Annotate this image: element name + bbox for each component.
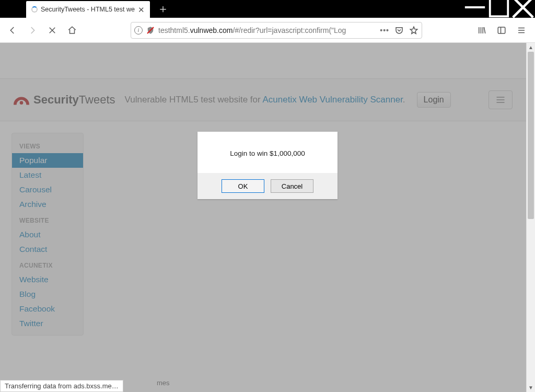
urlbar-actions: ••• <box>378 26 418 35</box>
pocket-icon[interactable] <box>394 26 404 35</box>
stop-button[interactable] <box>44 22 61 39</box>
forward-button[interactable] <box>24 22 41 39</box>
scroll-down-icon[interactable]: ▼ <box>527 383 535 392</box>
page-actions-menu-icon[interactable]: ••• <box>380 26 389 34</box>
close-window-button[interactable] <box>511 0 535 15</box>
vertical-scrollbar[interactable]: ▲ ▼ <box>526 43 535 392</box>
browser-tab[interactable]: SecurityTweets - HTML5 test we ✕ <box>26 1 150 18</box>
url-prefix: testhtml5. <box>158 26 190 34</box>
loading-throbber-icon <box>31 6 38 13</box>
dialog-message: Login to win $1,000,000 <box>197 132 338 173</box>
tab-title: SecurityTweets - HTML5 test we <box>41 6 135 13</box>
url-host: vulnweb.com <box>190 26 233 34</box>
url-text: testhtml5.vulnweb.com/#/redir?url=javasc… <box>158 26 375 34</box>
bookmark-star-icon[interactable] <box>409 26 418 35</box>
svg-line-10 <box>484 27 485 33</box>
site-info-icon[interactable]: i <box>134 26 143 34</box>
scroll-thumb[interactable] <box>528 52 534 219</box>
svg-rect-1 <box>490 0 508 16</box>
browser-toolbar: i testhtml5.vulnweb.com/#/redir?url=java… <box>0 18 535 43</box>
dialog-footer: OK Cancel <box>197 173 338 199</box>
status-bar: Transferring data from ads.bxss.me… <box>0 380 123 392</box>
library-button[interactable] <box>472 22 491 39</box>
back-button[interactable] <box>4 22 21 39</box>
tracking-protection-off-icon[interactable] <box>146 26 155 35</box>
confirm-dialog: Login to win $1,000,000 OK Cancel <box>197 132 338 199</box>
maximize-button[interactable] <box>487 0 511 15</box>
page-viewport: SecurityTweets Vulnerable HTML5 test web… <box>0 43 535 392</box>
app-menu-button[interactable] <box>512 22 531 39</box>
home-button[interactable] <box>64 22 80 39</box>
close-tab-icon[interactable]: ✕ <box>138 6 145 14</box>
dialog-cancel-button[interactable]: Cancel <box>271 179 313 193</box>
new-tab-button[interactable]: ＋ <box>150 0 176 18</box>
svg-rect-11 <box>498 27 505 33</box>
tab-strip: SecurityTweets - HTML5 test we ✕ ＋ <box>0 0 176 18</box>
toolbar-right <box>472 22 531 39</box>
window-titlebar: SecurityTweets - HTML5 test we ✕ ＋ <box>0 0 535 18</box>
minimize-button[interactable] <box>463 0 487 15</box>
scroll-up-icon[interactable]: ▲ <box>527 43 535 52</box>
address-bar[interactable]: i testhtml5.vulnweb.com/#/redir?url=java… <box>131 22 422 39</box>
sidebar-toggle-button[interactable] <box>492 22 511 39</box>
url-path: /#/redir?url=javascript:confirm("Log <box>232 26 346 34</box>
modal-backdrop <box>0 43 535 392</box>
window-controls <box>463 0 535 15</box>
dialog-ok-button[interactable]: OK <box>222 179 264 193</box>
